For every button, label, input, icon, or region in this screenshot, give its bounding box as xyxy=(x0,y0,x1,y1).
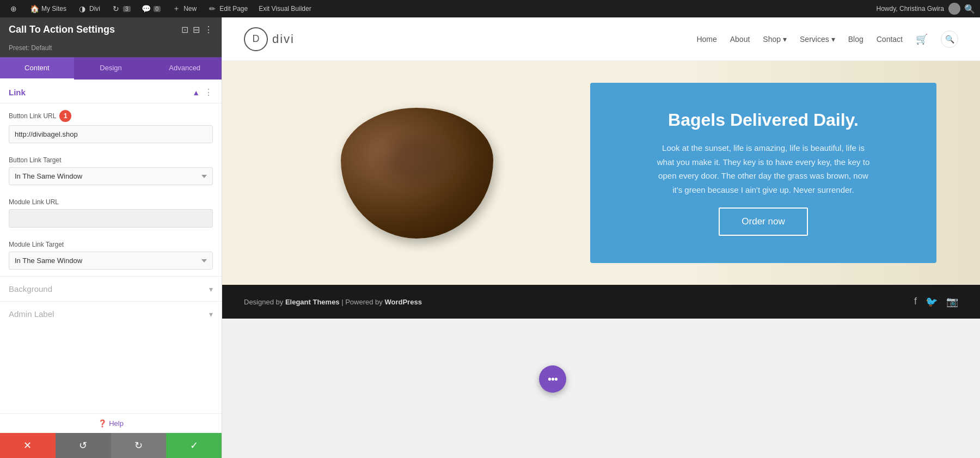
hero-cta: Bagels Delivered Daily. Look at the suns… xyxy=(590,83,936,263)
cta-text: Look at the sunset, life is amazing, lif… xyxy=(654,141,872,197)
nav-blog[interactable]: Blog xyxy=(848,35,863,44)
panel-title: Call To Action Settings xyxy=(9,24,115,35)
nav-home[interactable]: Home xyxy=(696,35,716,44)
help-circle-icon: ❓ xyxy=(98,419,107,428)
search-button[interactable]: 🔍 xyxy=(941,30,958,48)
site-logo: D divi xyxy=(244,27,295,51)
exit-builder-item[interactable]: Exit Visual Builder xyxy=(255,5,315,13)
footer-social: f 🐦 📷 xyxy=(914,296,958,308)
link-dots-icon[interactable]: ⋮ xyxy=(204,87,213,97)
cancel-button[interactable]: ✕ xyxy=(0,433,56,458)
panel-preset: Preset: Default xyxy=(0,42,222,57)
divi-label: Divi xyxy=(89,5,100,13)
footer-elegant-themes: Elegant Themes xyxy=(285,298,340,306)
button-link-target-select[interactable]: In The Same Window In A New Window xyxy=(9,167,213,185)
my-sites-label: My Sites xyxy=(41,5,66,13)
hero-section: Bagels Delivered Daily. Look at the suns… xyxy=(222,61,980,285)
cta-title: Bagels Delivered Daily. xyxy=(668,110,859,130)
divi-item[interactable]: ◑ Divi xyxy=(74,4,103,14)
instagram-icon[interactable]: 📷 xyxy=(946,296,958,308)
module-link-target-label: Module Link Target xyxy=(9,241,213,248)
link-section-header: Link ▲ ⋮ xyxy=(0,80,222,103)
button-link-url-label: Button Link URL 1 xyxy=(9,110,213,122)
button-link-target-field: Button Link Target In The Same Window In… xyxy=(0,150,222,192)
comments-item[interactable]: ↻ 3 xyxy=(108,4,134,14)
edit-page-item[interactable]: ✏ Edit Page xyxy=(204,4,251,14)
module-link-url-label: Module Link URL xyxy=(9,198,213,206)
action-buttons: ✕ ↺ ↻ ✓ xyxy=(0,433,222,458)
button-link-url-input[interactable] xyxy=(9,125,213,143)
badge-number-1: 1 xyxy=(59,110,71,122)
cart-icon[interactable]: 🛒 xyxy=(916,33,928,45)
comments-badge: 3 xyxy=(123,6,131,12)
wp-logo-icon: ⊕ xyxy=(9,4,19,14)
module-link-url-field: Module Link URL xyxy=(0,192,222,234)
hero-image-container xyxy=(266,108,568,239)
order-now-button[interactable]: Order now xyxy=(719,207,807,236)
panel-footer: ❓ Help xyxy=(0,413,222,433)
new-item[interactable]: ＋ New xyxy=(168,4,200,14)
help-label: Help xyxy=(109,419,124,428)
logo-circle: D xyxy=(244,27,268,51)
footer-powered-by: | Powered by xyxy=(340,298,385,306)
wp-logo-item[interactable]: ⊕ xyxy=(5,4,22,14)
button-link-target-label: Button Link Target xyxy=(9,156,213,164)
wp-admin-bar: ⊕ 🏠 My Sites ◑ Divi ↻ 3 💬 0 ＋ New ✏ Edit… xyxy=(0,0,980,17)
link-section-controls: ▲ ⋮ xyxy=(192,87,213,97)
comment-count-item[interactable]: 💬 0 xyxy=(138,4,164,14)
site-nav: Home About Shop ▾ Services ▾ Blog Contac… xyxy=(696,30,958,48)
more-icon[interactable]: ⋮ xyxy=(204,25,213,35)
shop-chevron-icon: ▾ xyxy=(783,35,787,44)
save-button[interactable]: ✓ xyxy=(166,433,222,458)
fab-dots-icon: ••• xyxy=(548,373,558,386)
button-link-url-field: Button Link URL 1 xyxy=(0,103,222,150)
background-section[interactable]: Background ▾ xyxy=(0,276,222,301)
footer-text: Designed by Elegant Themes | Powered by … xyxy=(244,298,422,306)
nav-shop[interactable]: Shop ▾ xyxy=(763,35,787,44)
home-icon: 🏠 xyxy=(29,4,39,14)
nav-contact[interactable]: Contact xyxy=(877,35,903,44)
plus-icon: ＋ xyxy=(171,4,181,14)
help-link[interactable]: ❓ Help xyxy=(98,419,124,428)
minimize-icon[interactable]: ⊡ xyxy=(181,25,188,35)
bagel-image xyxy=(341,108,493,239)
facebook-icon[interactable]: f xyxy=(914,296,917,308)
tab-advanced[interactable]: Advanced xyxy=(148,57,222,80)
tab-content[interactable]: Content xyxy=(0,57,74,80)
left-panel: Call To Action Settings ⊡ ⊟ ⋮ Preset: De… xyxy=(0,17,222,458)
floating-fab[interactable]: ••• xyxy=(539,365,566,393)
admin-bar-left: ⊕ 🏠 My Sites ◑ Divi ↻ 3 💬 0 ＋ New ✏ Edit… xyxy=(5,4,877,14)
panel-tabs: Content Design Advanced xyxy=(0,57,222,80)
right-content: D divi Home About Shop ▾ Services ▾ Blog… xyxy=(222,17,980,458)
howdy-text: Howdy, Christina Gwira xyxy=(877,5,944,13)
divi-icon: ◑ xyxy=(77,4,87,14)
site-navbar: D divi Home About Shop ▾ Services ▾ Blog… xyxy=(222,17,980,61)
link-chevron-up-icon[interactable]: ▲ xyxy=(192,88,200,97)
undo-button[interactable]: ↺ xyxy=(56,433,111,458)
module-link-target-select[interactable]: In The Same Window In A New Window xyxy=(9,252,213,270)
redo-button[interactable]: ↻ xyxy=(111,433,167,458)
user-avatar xyxy=(948,3,960,15)
my-sites-item[interactable]: 🏠 My Sites xyxy=(26,4,70,14)
background-chevron-down-icon: ▾ xyxy=(209,285,213,294)
comment-count-badge: 0 xyxy=(154,6,161,12)
panel-header-icons: ⊡ ⊟ ⋮ xyxy=(181,25,213,35)
nav-about[interactable]: About xyxy=(730,35,750,44)
expand-icon[interactable]: ⊟ xyxy=(193,25,200,35)
new-label: New xyxy=(183,5,197,13)
pencil-icon: ✏ xyxy=(207,4,217,14)
panel-content: Link ▲ ⋮ Button Link URL 1 Button Link T… xyxy=(0,80,222,413)
search-icon[interactable]: 🔍 xyxy=(965,4,975,14)
nav-services[interactable]: Services ▾ xyxy=(800,35,835,44)
footer-designed-by: Designed by xyxy=(244,298,285,306)
admin-label-chevron-down-icon: ▾ xyxy=(209,310,213,319)
preset-link[interactable]: Preset: Default xyxy=(9,44,52,52)
logo-text: divi xyxy=(272,32,295,46)
twitter-icon[interactable]: 🐦 xyxy=(926,296,938,308)
panel-header: Call To Action Settings ⊡ ⊟ ⋮ xyxy=(0,17,222,42)
tab-design[interactable]: Design xyxy=(74,57,148,80)
background-section-title: Background xyxy=(9,284,52,294)
admin-label-section-title: Admin Label xyxy=(9,309,54,319)
admin-label-section[interactable]: Admin Label ▾ xyxy=(0,301,222,326)
module-link-url-input[interactable] xyxy=(9,209,213,228)
